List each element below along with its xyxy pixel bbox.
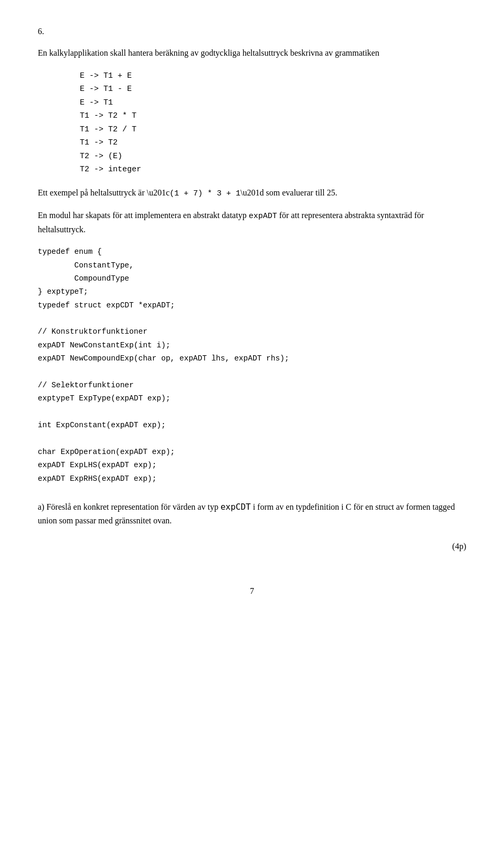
question-intro: En kalkylapplikation skall hantera beräk… (38, 46, 466, 60)
grammar-line-6: T1 -> T2 (80, 136, 466, 150)
grammar-line-5: T1 -> T2 / T (80, 123, 466, 137)
module-text-1: En modul har skapats för att implementer… (38, 211, 249, 220)
example-open-quote: \u201c (146, 188, 170, 197)
page-number: 7 (38, 585, 466, 597)
grammar-line-7: T2 -> (E) (80, 150, 466, 163)
example-suffix: som evaluerar till 25. (264, 188, 338, 197)
module-adt: expADT (249, 212, 277, 221)
grammar-block: E -> T1 + E E -> T1 - E E -> T1 T1 -> T2… (80, 69, 466, 177)
question-number: 6. (38, 25, 466, 38)
grammar-line-2: E -> T1 - E (80, 83, 466, 96)
sub-question-a-text: a) Föreslå en konkret representation för… (38, 500, 466, 527)
module-description: En modul har skapats för att implementer… (38, 209, 466, 236)
example-expr: (1 + 7) * 3 + 1 (170, 189, 240, 198)
grammar-line-4: T1 -> T2 * T (80, 109, 466, 123)
example-prefix: Ett exempel på heltalsuttryck är (38, 188, 146, 197)
sub-question-a: a) Föreslå en konkret representation för… (38, 500, 466, 553)
example-close-quote: \u201d (240, 188, 264, 197)
sub-text-1: Föreslå en konkret representation för vä… (46, 502, 220, 511)
code-block: typedef enum { ConstantType, CompoundTyp… (38, 245, 466, 486)
sub-type-code: expCDT (220, 502, 251, 512)
grammar-line-1: E -> T1 + E (80, 69, 466, 83)
sub-label-a: a) (38, 502, 44, 511)
example-text: Ett exempel på heltalsuttryck är \u201c(… (38, 186, 466, 200)
grammar-line-8: T2 -> integer (80, 163, 466, 177)
points-a: (4p) (38, 540, 466, 553)
grammar-line-3: E -> T1 (80, 96, 466, 110)
